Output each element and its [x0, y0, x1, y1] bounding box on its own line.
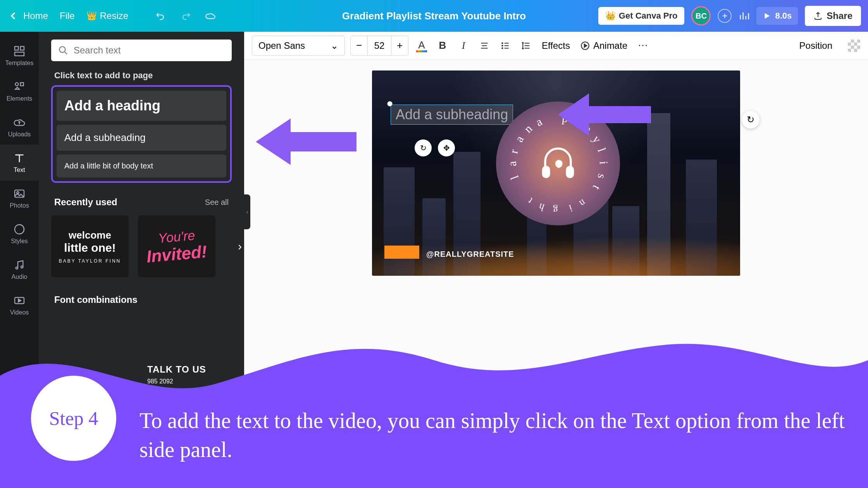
context-toolbar: Open Sans ⌄ − 52 + A B I Effects — [244, 32, 868, 60]
nav-photos[interactable]: Photos — [0, 180, 39, 216]
share-button[interactable]: Share — [805, 6, 861, 26]
pro-label: Get Canva Pro — [619, 11, 678, 21]
home-label: Home — [23, 10, 48, 21]
file-menu[interactable]: File — [60, 10, 75, 21]
svg-point-14 — [502, 48, 503, 48]
nav-label: Styles — [11, 238, 28, 245]
resize-button[interactable]: 👑 Resize — [86, 10, 128, 21]
chevron-left-icon — [7, 10, 19, 22]
decrease-size-button[interactable]: − — [351, 36, 368, 55]
social-handle[interactable]: @REALLYGREATSITE — [426, 250, 514, 259]
nav-label: Elements — [7, 95, 33, 102]
transparency-button[interactable] — [848, 40, 860, 52]
add-collaborator-button[interactable]: + — [718, 9, 732, 23]
animate-button[interactable]: Animate — [578, 40, 630, 51]
play-icon — [763, 12, 771, 20]
font-size-value[interactable]: 52 — [368, 36, 391, 55]
move-handle[interactable]: ✥ — [438, 139, 455, 156]
position-button[interactable]: Position — [797, 40, 835, 51]
align-icon — [479, 41, 489, 51]
svg-point-3 — [15, 82, 18, 86]
thumb-line: welcome — [69, 229, 111, 241]
more-button[interactable]: ⋯ — [635, 38, 651, 53]
nav-styles[interactable]: Styles — [0, 216, 39, 252]
regenerate-button[interactable]: ↻ — [742, 111, 760, 129]
undo-icon[interactable] — [155, 10, 166, 21]
home-button[interactable]: Home — [7, 10, 48, 22]
animate-icon — [580, 41, 590, 51]
spacing-icon — [521, 41, 531, 51]
step-instruction: To add the text to the video, you can si… — [140, 406, 860, 465]
nav-text[interactable]: Text — [0, 145, 39, 180]
scroll-right-icon[interactable]: › — [238, 240, 242, 253]
see-all-link[interactable]: See all — [205, 198, 229, 207]
nav-uploads[interactable]: Uploads — [0, 109, 39, 145]
animate-label: Animate — [593, 40, 627, 51]
font-selector[interactable]: Open Sans ⌄ — [252, 36, 345, 56]
thumb-line: Invited! — [146, 242, 208, 266]
alignment-button[interactable] — [477, 38, 492, 53]
nav-audio[interactable]: Audio — [0, 252, 39, 287]
preview-button[interactable]: 8.0s — [756, 7, 798, 25]
videos-icon — [13, 294, 26, 307]
top-header: Home File 👑 Resize Gradient Playlist Str… — [0, 0, 868, 32]
photos-icon — [13, 187, 26, 200]
list-button[interactable] — [498, 38, 513, 53]
upload-icon — [813, 11, 823, 21]
header-left: Home File 👑 Resize — [7, 10, 216, 22]
template-thumb-invited[interactable]: You're Invited! — [138, 215, 215, 277]
annotation-arrow-left — [256, 115, 356, 169]
thumb-line: BABY TAYLOR FINN — [59, 258, 121, 264]
bold-button[interactable]: B — [435, 38, 450, 53]
crown-icon: 👑 — [605, 11, 616, 21]
audio-icon — [13, 259, 26, 271]
duration-label: 8.0s — [775, 11, 792, 21]
font-combinations-label: Font combinations — [54, 294, 229, 305]
get-pro-button[interactable]: 👑 Get Canva Pro — [598, 7, 685, 25]
add-subheading-option[interactable]: Add a subheading — [57, 125, 226, 151]
nav-label: Photos — [10, 202, 29, 209]
canvas[interactable]: Add a subheading ↻ ✥ larana playlistnigh… — [372, 70, 740, 276]
add-body-text-option[interactable]: Add a little bit of body text — [57, 155, 226, 177]
element-float-tools: ↻ ✥ — [415, 139, 455, 156]
nav-label: Templates — [5, 60, 34, 67]
effects-button[interactable]: Effects — [539, 40, 572, 51]
nav-label: Uploads — [8, 131, 31, 138]
template-thumb-welcome[interactable]: welcome little one! BABY TAYLOR FINN — [51, 215, 129, 277]
redo-icon[interactable] — [180, 10, 191, 21]
resize-label: Resize — [100, 10, 128, 21]
text-options-highlighted: Add a heading Add a subheading Add a lit… — [51, 85, 232, 183]
share-label: Share — [827, 10, 852, 21]
header-tools — [155, 10, 216, 21]
italic-button[interactable]: I — [456, 38, 471, 53]
accent-block[interactable] — [384, 246, 419, 259]
nav-videos[interactable]: Videos — [0, 287, 39, 323]
user-avatar[interactable]: BC — [691, 6, 711, 26]
document-title[interactable]: Gradient Playlist Stream Youtube Intro — [342, 10, 526, 22]
text-color-button[interactable]: A — [414, 38, 429, 53]
recent-thumbnails: welcome little one! BABY TAYLOR FINN You… — [51, 215, 232, 277]
search-input[interactable] — [74, 45, 225, 56]
svg-point-9 — [21, 266, 23, 268]
selected-text-element[interactable]: Add a subheading — [391, 105, 513, 125]
increase-size-button[interactable]: + — [391, 36, 408, 55]
spacing-button[interactable] — [518, 38, 534, 53]
nav-templates[interactable]: Templates — [0, 38, 39, 74]
text-color-icon: A — [416, 39, 427, 52]
list-icon — [500, 41, 510, 51]
font-size-stepper: − 52 + — [350, 36, 408, 56]
insights-icon[interactable] — [739, 10, 749, 21]
nav-label: Audio — [12, 273, 28, 280]
nav-elements[interactable]: Elements — [0, 74, 39, 109]
cloud-sync-icon[interactable] — [205, 10, 216, 21]
add-heading-option[interactable]: Add a heading — [57, 91, 226, 121]
search-box[interactable] — [51, 40, 232, 61]
templates-icon — [13, 45, 26, 57]
uploads-icon — [13, 116, 26, 129]
svg-rect-1 — [21, 46, 24, 50]
rotate-handle[interactable]: ↻ — [415, 139, 432, 156]
svg-point-12 — [502, 43, 503, 43]
search-icon — [58, 45, 68, 55]
chevron-down-icon: ⌄ — [331, 40, 338, 51]
svg-rect-4 — [21, 82, 24, 86]
